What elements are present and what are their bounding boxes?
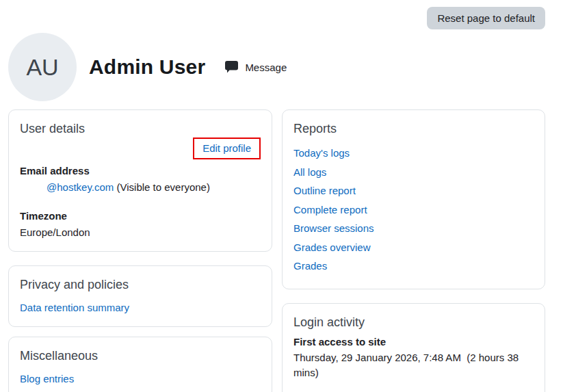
privacy-card: Privacy and policies Data retention summ… (8, 265, 272, 327)
blog-entries-link[interactable]: Blog entries (20, 371, 261, 387)
profile-columns: User details Edit profile Email address … (8, 109, 545, 392)
login-activity-title: Login activity (293, 315, 534, 330)
page-title: Admin User (89, 55, 205, 79)
login-activity-card: Login activity First access to site Thur… (282, 303, 545, 392)
reports-card: Reports Today's logs All logs Outline re… (282, 109, 545, 289)
outline-report-link[interactable]: Outline report (293, 185, 356, 196)
grades-link[interactable]: Grades (293, 260, 327, 272)
reset-page-button[interactable]: Reset page to default (427, 7, 545, 29)
first-access-label: First access to site (293, 335, 534, 350)
edit-profile-row: Edit profile (20, 138, 261, 159)
grades-overview-link[interactable]: Grades overview (293, 241, 371, 253)
profile-header: AU Admin User Message (8, 33, 287, 101)
miscellaneous-card: Miscellaneous Blog entries (8, 337, 272, 392)
first-access-value: Thursday, 29 January 2026, 7:48 AM (2 ho… (293, 350, 534, 380)
reset-row: Reset page to default (427, 7, 545, 29)
complete-report-link[interactable]: Complete report (293, 204, 367, 215)
data-retention-link[interactable]: Data retention summary (20, 300, 261, 315)
email-link[interactable]: @hostkey.com (47, 181, 114, 193)
avatar: AU (8, 33, 77, 101)
message-button[interactable]: Message (225, 61, 287, 73)
email-value: @hostkey.com (Visible to everyone) (47, 180, 261, 195)
message-bubble-icon (225, 61, 238, 73)
browser-sessions-link[interactable]: Browser sessions (293, 222, 374, 234)
user-details-title: User details (20, 121, 261, 136)
timezone-label: Timezone (20, 209, 261, 224)
all-logs-link[interactable]: All logs (293, 166, 326, 178)
left-column: User details Edit profile Email address … (8, 109, 272, 392)
email-visibility: (Visible to everyone) (117, 181, 210, 193)
email-label: Email address (20, 164, 261, 179)
reports-title: Reports (293, 121, 534, 136)
reports-list: Today's logs All logs Outline report Com… (293, 146, 534, 274)
right-column: Reports Today's logs All logs Outline re… (282, 109, 545, 392)
user-details-card: User details Edit profile Email address … (8, 109, 272, 252)
miscellaneous-title: Miscellaneous (20, 348, 261, 363)
edit-profile-highlight-box: Edit profile (193, 138, 261, 159)
timezone-value: Europe/London (20, 225, 261, 240)
message-label: Message (245, 62, 287, 73)
edit-profile-link[interactable]: Edit profile (202, 142, 251, 154)
todays-logs-link[interactable]: Today's logs (293, 147, 350, 159)
privacy-title: Privacy and policies (20, 277, 261, 292)
